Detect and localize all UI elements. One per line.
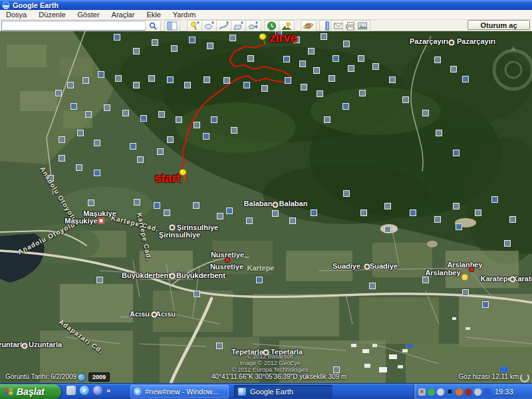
photo-icon[interactable] [462,289,469,296]
photo-icon[interactable] [167,136,174,143]
photo-icon[interactable] [389,76,396,83]
photo-icon[interactable] [171,45,178,52]
sidebar-toggle-button[interactable] [164,20,180,32]
photo-icon[interactable] [176,116,182,123]
photo-icon[interactable] [348,65,354,72]
photo-icon[interactable] [453,203,460,209]
photo-icon[interactable] [402,96,409,103]
pushpin-icon-zirve[interactable] [258,33,269,48]
photo-icon[interactable] [130,143,136,150]
lodging-marker[interactable] [98,217,105,225]
photo-icon[interactable] [475,209,481,216]
photo-icon[interactable] [422,110,429,116]
photo-icon[interactable] [360,209,367,216]
photo-icon[interactable] [59,136,65,143]
photo-icon[interactable] [133,82,140,88]
show-desktop-icon[interactable] [66,386,76,395]
photo-icon[interactable] [211,116,217,123]
photo-icon[interactable] [343,190,350,197]
photo-icon[interactable] [358,55,364,62]
photo-icon[interactable] [203,76,210,83]
ring-marker[interactable] [364,264,370,270]
photo-icon[interactable] [369,283,376,289]
add-image-overlay-button[interactable] [231,20,247,32]
photo-icon[interactable] [217,213,223,219]
add-polygon-button[interactable] [201,20,217,32]
dot-marker[interactable] [469,267,475,273]
photo-icon[interactable] [243,82,250,88]
photo-icon[interactable] [434,216,441,223]
add-placemark-button[interactable] [187,20,203,32]
photo-icon[interactable] [157,148,164,155]
dot-marker[interactable] [225,257,231,263]
taskbar-task-google-earth[interactable]: Google Earth [234,385,332,398]
photo-icon[interactable] [94,170,100,176]
quick-launch-overflow[interactable]: » [106,386,110,394]
photo-icon[interactable] [372,63,379,70]
photo-icon[interactable] [104,104,110,111]
photo-icon[interactable] [256,277,263,283]
smiley-marker[interactable] [462,274,469,281]
photo-icon[interactable] [422,277,429,283]
photo-icon[interactable] [272,210,279,217]
add-path-button[interactable] [216,20,232,32]
quick-launch-icon[interactable] [93,386,102,395]
photo-icon[interactable] [434,57,441,63]
ring-marker[interactable] [273,202,279,208]
photo-icon[interactable] [193,202,200,209]
photo-icon[interactable] [85,111,92,118]
photo-icon[interactable] [456,223,462,230]
start-button[interactable]: Başlat [0,384,61,399]
tray-icon-6[interactable] [465,388,472,396]
photo-icon[interactable] [184,82,191,88]
photo-icon[interactable] [216,342,223,349]
menu-item-g-ster[interactable]: Göster [72,11,106,19]
photo-icon[interactable] [247,55,254,62]
photo-icon[interactable] [504,240,511,247]
photo-icon[interactable] [453,150,460,156]
historical-clock-icon[interactable] [77,373,86,382]
photo-icon[interactable] [98,71,104,78]
photo-icon[interactable] [324,116,331,123]
photo-icon[interactable] [152,39,158,46]
photo-icon[interactable] [207,43,213,49]
photo-icon[interactable] [384,226,391,233]
photo-icon[interactable] [313,67,320,74]
photo-icon[interactable] [194,291,200,297]
photo-icon[interactable] [384,203,391,209]
map-viewport[interactable]: PazarçayırıPazarçayırıMaşukiyeMaşukiyeŞi… [0,31,532,383]
photo-icon[interactable] [76,164,82,171]
search-input[interactable] [1,21,146,31]
photo-icon[interactable] [70,103,77,110]
photo-icon[interactable] [308,48,315,55]
photo-icon[interactable] [246,217,253,224]
photo-icon[interactable] [289,217,296,224]
tray-icon-5[interactable] [456,388,463,396]
tray-icon-7[interactable] [474,388,481,396]
photo-icon[interactable] [301,84,307,90]
tray-icon-1[interactable]: × [418,388,426,396]
time-slider-year[interactable]: 2009 [88,372,110,382]
internet-explorer-icon[interactable]: e [80,386,89,395]
tray-icon-3[interactable] [437,388,444,396]
photo-icon[interactable] [88,200,94,206]
photo-icon[interactable] [148,75,155,82]
photo-icon[interactable] [299,61,306,67]
photo-icon[interactable] [317,90,323,97]
taskbar-task-new-new-window[interactable]: e#new#new - Window... [130,385,229,398]
planets-button[interactable] [301,20,317,32]
photo-icon[interactable] [167,76,174,83]
navigation-compass[interactable] [489,38,532,91]
ring-marker[interactable] [449,40,455,46]
tray-icon-2[interactable] [428,388,435,396]
record-tour-button[interactable] [245,20,261,32]
search-button[interactable] [145,20,161,32]
photo-icon[interactable] [311,209,317,216]
historical-imagery-button[interactable] [264,20,280,32]
photo-icon[interactable] [203,133,209,140]
ring-marker[interactable] [152,312,158,318]
menu-item-d-zenle[interactable]: Düzenle [33,11,71,19]
photo-icon[interactable] [283,56,290,63]
ring-marker[interactable] [22,343,28,349]
photo-icon[interactable] [114,34,120,41]
